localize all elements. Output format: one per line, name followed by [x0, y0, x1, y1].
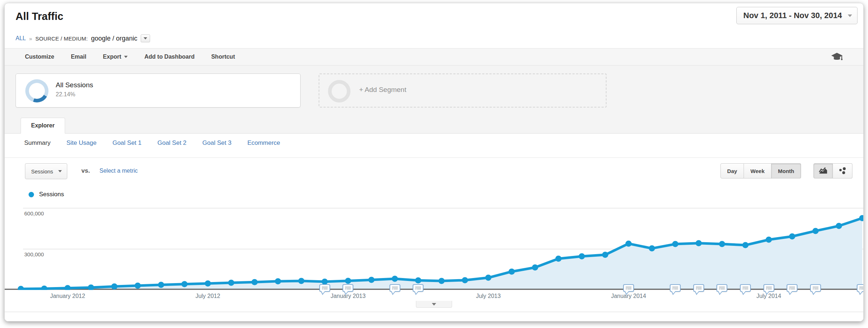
annotation-marker[interactable]	[787, 284, 797, 292]
resolution-button-month[interactable]: Month	[771, 163, 801, 178]
tab-explorer[interactable]: Explorer	[21, 118, 65, 134]
annotation-marker[interactable]	[857, 284, 864, 292]
breadcrumb-dimension: SOURCE / MEDIUM:	[35, 35, 88, 42]
add-segment-label: + Add Segment	[359, 86, 406, 94]
data-point[interactable]	[228, 280, 234, 286]
data-point[interactable]	[438, 278, 444, 284]
data-point[interactable]	[368, 277, 374, 283]
subtab-ecommerce[interactable]: Ecommerce	[247, 139, 280, 147]
data-point[interactable]	[766, 237, 772, 243]
data-point[interactable]	[322, 279, 328, 285]
line-chart-icon[interactable]	[813, 163, 833, 178]
scatter-chart-icon[interactable]	[833, 163, 852, 178]
data-point[interactable]	[462, 277, 468, 283]
chevron-down-icon	[848, 14, 852, 17]
add-to-dashboard-button[interactable]: Add to Dashboard	[144, 54, 195, 60]
subtab-site-usage[interactable]: Site Usage	[67, 139, 97, 147]
data-point[interactable]	[135, 282, 141, 289]
data-point[interactable]	[64, 285, 71, 290]
export-menu-button[interactable]: Export	[103, 54, 128, 60]
data-point[interactable]	[111, 283, 118, 290]
data-point[interactable]	[602, 252, 608, 258]
x-axis-label: July 2012	[195, 293, 220, 299]
add-segment-button[interactable]: + Add Segment	[319, 73, 607, 108]
annotation-marker[interactable]	[670, 284, 681, 292]
metric-selector-label: Sessions	[31, 168, 53, 174]
export-label: Export	[103, 54, 122, 60]
data-point[interactable]	[181, 281, 187, 287]
graduation-cap-icon[interactable]	[831, 52, 843, 62]
x-axis-label: July 2013	[476, 293, 501, 299]
subtabs: SummarySite UsageGoal Set 1Goal Set 2Goa…	[24, 139, 280, 147]
legend-label: Sessions	[39, 191, 64, 198]
data-point[interactable]	[88, 285, 94, 290]
chart-plot	[5, 203, 863, 290]
customize-button[interactable]: Customize	[25, 54, 54, 60]
data-point[interactable]	[251, 279, 258, 285]
resolution-button-day[interactable]: Day	[720, 163, 744, 178]
date-range-text: Nov 1, 2011 - Nov 30, 2014	[743, 11, 842, 20]
data-point[interactable]	[392, 276, 398, 282]
segment-all-sessions[interactable]: All Sessions 22.14%	[16, 73, 301, 108]
data-point[interactable]	[812, 228, 818, 234]
data-point[interactable]	[298, 278, 305, 284]
breadcrumb-value: google / organic	[91, 35, 137, 42]
subtab-goal-set-2[interactable]: Goal Set 2	[157, 139, 186, 147]
page-title: All Traffic	[16, 10, 63, 22]
breadcrumb-all-link[interactable]: ALL	[16, 35, 26, 42]
data-point[interactable]	[649, 245, 655, 252]
data-point[interactable]	[672, 241, 678, 247]
segment-title: All Sessions	[56, 81, 93, 89]
subtab-goal-set-3[interactable]: Goal Set 3	[203, 139, 231, 147]
sessions-timeline-chart: 600,000300,000January 2012July 2012Janua…	[5, 203, 863, 312]
data-point[interactable]	[742, 242, 748, 248]
subtab-goal-set-1[interactable]: Goal Set 1	[112, 139, 141, 147]
metric-selector-dropdown[interactable]: Sessions	[25, 163, 67, 179]
annotation-marker[interactable]	[319, 284, 330, 292]
chevron-down-icon	[58, 170, 62, 172]
y-axis-label: 300,000	[24, 251, 44, 257]
chevron-down-icon	[144, 37, 147, 39]
data-point[interactable]	[41, 286, 47, 290]
data-point[interactable]	[275, 278, 281, 284]
breadcrumb-dropdown-button[interactable]	[141, 34, 150, 42]
annotation-marker[interactable]	[413, 284, 424, 292]
annotation-marker[interactable]	[342, 284, 353, 292]
breadcrumb-separator: »	[29, 35, 32, 42]
shortcut-button[interactable]: Shortcut	[211, 54, 235, 60]
chevron-down-icon	[432, 303, 436, 306]
data-point[interactable]	[719, 241, 725, 247]
annotation-marker[interactable]	[716, 284, 727, 292]
subtab-summary[interactable]: Summary	[24, 139, 51, 147]
annotation-marker[interactable]	[740, 284, 751, 292]
annotation-marker[interactable]	[390, 284, 400, 292]
date-range-selector[interactable]: Nov 1, 2011 - Nov 30, 2014	[736, 7, 858, 24]
data-point[interactable]	[509, 269, 515, 275]
annotation-marker[interactable]	[693, 284, 704, 292]
annotations-expander-button[interactable]	[416, 301, 452, 308]
data-point[interactable]	[158, 282, 164, 288]
legend-dot-icon	[29, 192, 34, 197]
data-point[interactable]	[625, 240, 631, 247]
data-point[interactable]	[485, 275, 492, 281]
x-axis-label: July 2014	[756, 293, 781, 299]
annotation-marker[interactable]	[810, 284, 821, 292]
resolution-button-week[interactable]: Week	[744, 163, 771, 178]
data-point[interactable]	[555, 256, 561, 262]
resolution-group: DayWeekMonth	[720, 163, 801, 178]
data-point[interactable]	[789, 234, 795, 240]
annotation-marker[interactable]	[623, 284, 634, 292]
data-point[interactable]	[695, 240, 702, 246]
data-point[interactable]	[415, 277, 421, 283]
select-a-metric-link[interactable]: Select a metric	[99, 168, 138, 174]
data-point[interactable]	[205, 280, 211, 286]
data-point[interactable]	[18, 286, 24, 290]
data-point[interactable]	[836, 223, 842, 229]
vs-label: vs.	[81, 167, 90, 174]
email-button[interactable]: Email	[71, 54, 86, 60]
data-point[interactable]	[345, 278, 351, 284]
annotation-marker[interactable]	[763, 284, 774, 292]
data-point[interactable]	[532, 264, 538, 270]
data-point[interactable]	[579, 253, 585, 260]
breadcrumb: ALL » SOURCE / MEDIUM: google / organic	[16, 34, 150, 42]
